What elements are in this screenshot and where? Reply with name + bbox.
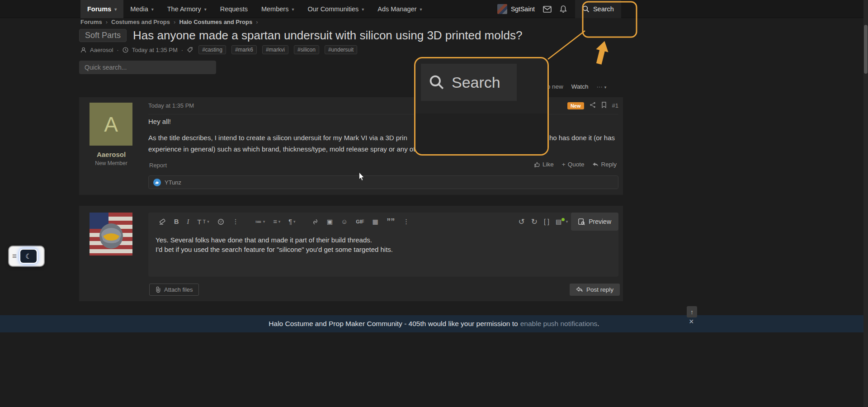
insert-image-icon[interactable]: ▣ — [324, 213, 336, 231]
tag-silicon[interactable]: #silicon — [294, 45, 319, 54]
alerts-bell-icon[interactable] — [560, 5, 567, 13]
rich-text-editor[interactable]: B I TT ▾ ⋮ ≔▾ ≡▾ ¶▾ ▣ ☺ — [148, 213, 618, 277]
chevron-down-icon: ▾ — [420, 7, 422, 12]
drafts-icon[interactable]: ▤ ▾ — [552, 213, 571, 231]
bold-icon[interactable]: B — [171, 213, 182, 231]
editor-content[interactable]: Yes. Several folks have done that and ma… — [156, 235, 611, 254]
inbox-envelope-icon[interactable] — [543, 6, 552, 13]
thread-author[interactable]: Aaerosol — [90, 47, 113, 53]
search-icon — [429, 75, 444, 90]
insert-media-icon[interactable]: ▦ — [369, 213, 382, 231]
avatar[interactable] — [90, 213, 132, 256]
watch-button[interactable]: Watch — [571, 83, 589, 90]
meta-separator: · — [181, 47, 183, 53]
reaction-user[interactable]: YTunz — [165, 179, 181, 186]
nav-label: The Armory — [167, 5, 201, 13]
emoji-icon[interactable]: ☺ — [338, 213, 351, 231]
nav-menu: Forums ▾ Media ▾ The Armory ▾ Requests M… — [80, 0, 429, 18]
nav-item-our-communities[interactable]: Our Communities ▾ — [301, 0, 371, 18]
bookmark-icon[interactable] — [601, 102, 607, 109]
quote-button[interactable]: + Quote — [562, 161, 585, 168]
notification-text: Halo Costume and Prop Maker Community - … — [269, 320, 518, 328]
nav-label: Members — [261, 5, 288, 13]
callout-search-label: Search — [452, 74, 500, 91]
reply-button[interactable]: Reply — [592, 161, 617, 168]
post-body-line2: experience in general) such as which bra… — [148, 145, 415, 153]
paragraph-format-icon[interactable]: ¶▾ — [285, 213, 298, 231]
saved-indicator — [561, 218, 565, 221]
tag-markvi[interactable]: #markvi — [262, 45, 288, 54]
nav-label: Media — [130, 5, 148, 13]
chevron-down-icon: ▾ — [151, 7, 154, 12]
nav-item-members[interactable]: Members ▾ — [255, 0, 301, 18]
alignment-icon[interactable]: ≡▾ — [270, 213, 283, 231]
quick-search-input[interactable] — [79, 61, 216, 74]
search-label: Search — [593, 5, 614, 13]
preview-button[interactable]: Preview — [571, 213, 618, 231]
text-size-icon[interactable]: TT ▾ — [194, 213, 212, 231]
tag-undersuit[interactable]: #undersuit — [325, 45, 357, 54]
quote-block-icon[interactable]: ”” — [383, 213, 398, 231]
hamburger-icon[interactable]: ≡ — [12, 252, 17, 261]
nav-item-armory[interactable]: The Armory ▾ — [160, 0, 213, 18]
breadcrumb-separator: › — [174, 19, 175, 25]
undo-icon[interactable]: ↺ — [515, 213, 528, 231]
mouse-cursor — [359, 172, 365, 181]
nav-item-forums[interactable]: Forums ▾ — [80, 0, 123, 18]
quote-label: Quote — [568, 161, 585, 168]
redo-icon[interactable]: ↻ — [528, 213, 541, 231]
reactions-bar[interactable]: YTunz — [148, 175, 618, 189]
tag-mark6[interactable]: #mark6 — [231, 45, 257, 54]
editor-line: I'd bet if you used the search feature f… — [156, 245, 611, 254]
nav-item-requests[interactable]: Requests — [213, 0, 255, 18]
nav-label: Requests — [220, 5, 248, 13]
post-number[interactable]: #1 — [612, 102, 618, 109]
thread-more-menu[interactable]: ··· ▾ — [597, 83, 607, 90]
text-color-icon[interactable] — [214, 213, 227, 231]
editor-line: Yes. Several folks have done that and ma… — [156, 235, 611, 245]
scrollbar-thumb[interactable] — [864, 25, 868, 74]
account-menu[interactable]: SgtSaint — [497, 4, 535, 14]
more-options-icon[interactable]: ⋮ — [229, 213, 242, 231]
more-options2-icon[interactable]: ⋮ — [400, 213, 413, 231]
breadcrumb-costumes[interactable]: Costumes and Props — [111, 19, 170, 25]
avatar-initial: A — [104, 112, 118, 137]
notification-suffix: . — [597, 320, 599, 328]
breadcrumb-halo-costumes[interactable]: Halo Costumes and Props — [179, 19, 252, 25]
thread-title-row: Soft Parts Has anyone made a spartan und… — [79, 28, 522, 43]
breadcrumb-forums[interactable]: Forums — [80, 19, 102, 25]
forum-page: Forums ▾ Media ▾ The Armory ▾ Requests M… — [0, 0, 868, 407]
thread-prefix-badge[interactable]: Soft Parts — [79, 29, 127, 42]
close-icon[interactable]: × — [689, 317, 694, 327]
helmet-graphic — [90, 213, 132, 256]
tag-casting[interactable]: #casting — [198, 45, 226, 54]
italic-icon[interactable]: I — [184, 213, 192, 231]
post-timestamp[interactable]: Today at 1:35 PM — [148, 102, 194, 109]
nav-item-ads-manager[interactable]: Ads Manager ▾ — [371, 0, 429, 18]
post-reply-button[interactable]: Post reply — [570, 284, 620, 296]
search-button[interactable]: Search — [575, 0, 621, 18]
username: SgtSaint — [511, 5, 535, 13]
like-reaction-icon — [153, 179, 161, 186]
gif-icon[interactable]: GIF — [353, 213, 367, 231]
nav-item-media[interactable]: Media ▾ — [123, 0, 160, 18]
dark-mode-toggle[interactable]: ☾ — [20, 250, 37, 263]
attach-files-button[interactable]: Attach files — [149, 284, 199, 296]
avatar[interactable]: A — [90, 103, 132, 146]
like-button[interactable]: Like — [534, 161, 554, 168]
plus-icon: + — [562, 161, 566, 168]
chevron-down-icon: ▾ — [293, 219, 296, 224]
share-icon[interactable] — [590, 102, 596, 109]
post-body-line1-cont: ho has done it (or has — [549, 134, 615, 142]
enable-push-link[interactable]: enable push notifications — [520, 320, 598, 328]
remove-format-icon[interactable] — [156, 213, 169, 231]
list-icon[interactable]: ≔▾ — [252, 213, 268, 231]
bbcode-icon[interactable]: [ ] — [541, 213, 552, 231]
callout-search-button: Search — [421, 64, 517, 101]
post-author-name[interactable]: Aaerosol — [79, 151, 143, 158]
chevron-down-icon[interactable]: ▾ — [114, 7, 117, 12]
report-link[interactable]: Report — [149, 162, 167, 169]
insert-link-icon[interactable] — [309, 213, 322, 231]
thread-date[interactable]: Today at 1:35 PM — [132, 47, 178, 53]
scroll-to-top-button[interactable]: ↑ — [687, 306, 697, 317]
